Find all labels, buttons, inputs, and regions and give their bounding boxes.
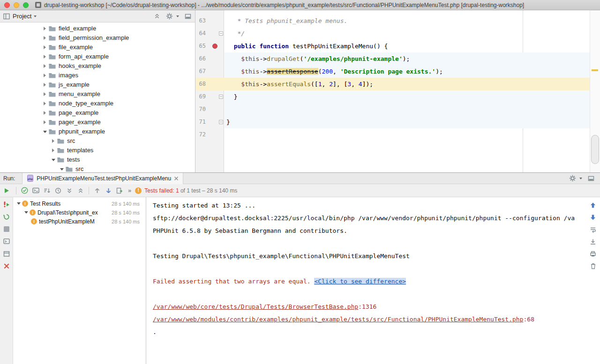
run-console[interactable]: Testing started at 13:25 ...sftp://docke… — [146, 197, 600, 364]
zoom-window-button[interactable] — [23, 2, 29, 8]
gutter-cell[interactable]: 70 — [195, 103, 225, 116]
project-item-field_permission_example[interactable]: field_permission_example — [0, 33, 195, 43]
stacktrace-link[interactable]: /var/www/web/core/tests/Drupal/Tests/Bro… — [153, 303, 358, 310]
project-item-js_example[interactable]: js_example — [0, 80, 195, 89]
chevron-right-icon[interactable] — [42, 25, 47, 32]
chevron-right-icon[interactable] — [51, 147, 56, 154]
code-text[interactable]: $this->assertResponse(200, 'Description … — [225, 65, 590, 78]
code-text[interactable]: } — [225, 90, 590, 103]
soft-wrap-icon[interactable] — [590, 226, 596, 233]
run-settings-gear-icon[interactable] — [569, 175, 582, 182]
code-text[interactable]: * Tests phpunit_example menus. — [225, 15, 590, 27]
chevron-right-icon[interactable] — [42, 53, 47, 60]
editor-scrollbar-thumb[interactable] — [591, 135, 599, 164]
project-item-file_example[interactable]: file_example — [0, 43, 195, 52]
chevron-down-icon[interactable] — [23, 209, 29, 216]
project-item-menu_example[interactable]: menu_example — [0, 89, 195, 99]
previous-failed-test-icon[interactable] — [91, 186, 103, 196]
chevron-down-icon[interactable] — [34, 15, 37, 17]
gutter-cell[interactable]: 71− — [195, 116, 225, 128]
chevrons-right-icon[interactable]: » — [128, 187, 131, 194]
project-item-src[interactable]: src — [0, 136, 195, 146]
rerun-failed-tests-icon[interactable] — [3, 201, 10, 208]
show-ignored-icon[interactable] — [30, 186, 41, 196]
gutter-cell[interactable]: 72 — [195, 128, 225, 141]
chevron-right-icon[interactable] — [42, 62, 47, 70]
breakpoint-icon[interactable] — [212, 44, 218, 49]
minimize-window-button[interactable] — [14, 2, 19, 8]
code-text[interactable]: */ — [225, 27, 590, 40]
gutter-cell[interactable]: 63 — [195, 15, 225, 27]
close-run-panel-icon[interactable] — [4, 263, 9, 269]
fold-marker-icon[interactable]: − — [219, 120, 223, 124]
test-tree-row[interactable]: !Drupal\Tests\phpunit_ex28 s 140 ms — [13, 208, 146, 217]
gutter-cell[interactable]: 66 — [195, 52, 225, 65]
dump-threads-icon[interactable] — [3, 238, 10, 245]
code-text[interactable] — [225, 103, 590, 116]
sort-by-duration-icon[interactable] — [52, 186, 64, 196]
hide-run-panel-icon[interactable] — [588, 175, 594, 182]
warning-stripe-mark[interactable] — [592, 69, 598, 71]
diff-link[interactable]: <Click to see difference> — [314, 278, 406, 285]
gutter-cell[interactable]: 67 — [195, 65, 225, 78]
editor-error-stripe[interactable] — [590, 10, 600, 172]
gutter-cell[interactable]: 68 — [195, 78, 225, 90]
fold-marker-icon[interactable]: − — [219, 31, 223, 36]
test-tree-row[interactable]: !testPhpUnitExampleM28 s 140 ms — [13, 217, 146, 226]
code-text[interactable]: } — [225, 116, 590, 128]
chevron-right-icon[interactable] — [42, 119, 47, 126]
print-icon[interactable] — [590, 251, 596, 257]
chevron-right-icon[interactable] — [42, 44, 47, 51]
gutter-cell[interactable]: 64− — [195, 27, 225, 40]
project-item-pager_example[interactable]: pager_example — [0, 118, 195, 127]
collapse-all-icon[interactable] — [154, 13, 160, 20]
sort-alphabetically-icon[interactable] — [41, 186, 52, 196]
stacktrace-link[interactable]: /var/www/web/modules/contrib/examples/ph… — [153, 316, 524, 323]
clear-all-icon[interactable] — [590, 263, 596, 269]
chevron-down-icon[interactable] — [16, 200, 21, 208]
editor[interactable]: 63 * Tests phpunit_example menus.64− */6… — [195, 10, 600, 172]
settings-gear-icon[interactable] — [166, 13, 179, 20]
gutter-cell[interactable]: 69− — [195, 90, 225, 103]
project-item-tests[interactable]: tests — [0, 155, 195, 164]
chevron-right-icon[interactable] — [42, 90, 47, 98]
scroll-to-end-icon[interactable] — [590, 238, 596, 245]
code-text[interactable]: $this->assertEquals([1, 2], [3, 4]); — [225, 78, 590, 90]
run-tab[interactable]: php PHPUnitExampleMenuTest.testPhpUnitEx… — [22, 173, 183, 184]
chevron-right-icon[interactable] — [42, 72, 47, 79]
collapse-all-icon[interactable] — [75, 186, 86, 196]
project-item-src[interactable]: src — [0, 164, 195, 172]
project-item-images[interactable]: images — [0, 71, 195, 80]
down-stack-trace-icon[interactable] — [590, 214, 596, 221]
chevron-right-icon[interactable] — [42, 100, 47, 107]
code-text[interactable] — [225, 128, 590, 141]
project-item-page_example[interactable]: page_example — [0, 108, 195, 118]
show-passed-icon[interactable] — [19, 186, 30, 196]
close-tab-icon[interactable] — [174, 176, 179, 181]
project-item-hooks_example[interactable]: hooks_example — [0, 61, 195, 71]
project-panel-title[interactable]: Project — [13, 13, 31, 20]
rerun-button[interactable] — [1, 186, 12, 196]
project-item-field_example[interactable]: field_example — [0, 24, 195, 33]
project-item-form_api_example[interactable]: form_api_example — [0, 52, 195, 61]
project-item-node_type_example[interactable]: node_type_example — [0, 99, 195, 108]
project-item-templates[interactable]: templates — [0, 146, 195, 155]
chevron-down-icon[interactable] — [59, 165, 64, 172]
chevron-right-icon[interactable] — [42, 81, 47, 89]
test-history-icon[interactable] — [114, 186, 125, 196]
code-text[interactable]: public function testPhpUnitExampleMenu()… — [225, 40, 590, 52]
restore-layout-icon[interactable] — [3, 251, 10, 257]
up-stack-trace-icon[interactable] — [590, 202, 596, 208]
project-item-phpunit_example[interactable]: phpunit_example — [0, 127, 195, 136]
hide-panel-icon[interactable] — [185, 13, 191, 20]
expand-all-icon[interactable] — [64, 186, 75, 196]
chevron-right-icon[interactable] — [51, 137, 56, 145]
chevron-right-icon[interactable] — [42, 109, 47, 117]
stop-icon[interactable] — [4, 226, 9, 232]
chevron-down-icon[interactable] — [51, 156, 56, 163]
fold-marker-icon[interactable]: − — [219, 95, 223, 99]
gutter-cell[interactable]: 65 — [195, 40, 225, 52]
toggle-auto-test-icon[interactable] — [3, 214, 10, 220]
code-text[interactable]: $this->drupalGet('/examples/phpunit-exam… — [225, 52, 590, 65]
chevron-right-icon[interactable] — [42, 34, 47, 42]
